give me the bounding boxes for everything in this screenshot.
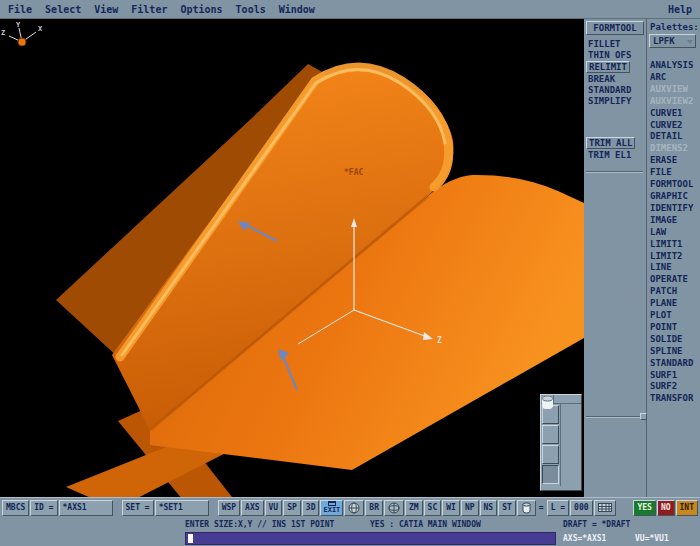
wsp-button[interactable]: WSP: [218, 500, 240, 516]
3d-button[interactable]: 3D: [302, 500, 320, 516]
3d-scene: *FAC Z Y X Z: [0, 19, 584, 497]
palette-item-erase[interactable]: ERASE: [650, 155, 699, 167]
exit-button[interactable]: EXIT: [320, 500, 343, 516]
l-value-field[interactable]: 000: [570, 500, 592, 516]
palette-item-identify[interactable]: IDENTIFY: [650, 203, 699, 215]
lpfk-dropdown[interactable]: LPFK: [649, 34, 696, 48]
current-view-text: VU=*VU1: [635, 534, 669, 543]
tool-fillet[interactable]: FILLET: [588, 39, 621, 49]
palette-item-curve1[interactable]: CURVE1: [650, 108, 699, 120]
cylinder-solid-icon-button[interactable]: [542, 465, 559, 484]
set-label-button[interactable]: SET =: [122, 500, 154, 516]
main-viewport[interactable]: *FAC Z Y X Z: [0, 19, 584, 497]
cup-icon-button[interactable]: [517, 500, 536, 516]
tool-simplify[interactable]: SIMPLIFY: [588, 96, 631, 106]
l-label-button[interactable]: L =: [547, 500, 569, 516]
palette-item-law[interactable]: LAW: [650, 227, 699, 239]
palette-item-plane[interactable]: PLANE: [650, 298, 699, 310]
current-axis-text: AXS=*AXS1: [563, 534, 606, 543]
yes-button[interactable]: YES: [633, 500, 655, 516]
palettes-panel: Palettes: LPFK ANALYSIS ARC AUXVIEW AUXV…: [647, 19, 699, 497]
menu-tools[interactable]: Tools: [236, 4, 266, 15]
menu-options[interactable]: Options: [180, 4, 222, 15]
mbcs-button[interactable]: MBCS: [2, 500, 29, 516]
palette-item-line[interactable]: LINE: [650, 262, 699, 274]
command-bar: AXS=*AXS1 VU=*VU1: [0, 531, 700, 546]
palette-item-graphic[interactable]: GRAPHIC: [650, 191, 699, 203]
tool-thin-ofs[interactable]: THIN OFS: [588, 50, 631, 60]
palette-item-detail[interactable]: DETAIL: [650, 131, 699, 143]
view-palette: [540, 394, 582, 491]
chevron-down-icon: [687, 40, 693, 44]
menu-select[interactable]: Select: [45, 4, 81, 15]
keyboard-icon-button[interactable]: [594, 500, 616, 516]
corner-z-label: Z: [1, 29, 5, 37]
separator-handle[interactable]: [640, 413, 647, 420]
exit-button-label: EXIT: [323, 507, 340, 514]
tool-trim-all[interactable]: TRIM ALL: [586, 137, 635, 149]
st-button[interactable]: ST: [498, 500, 516, 516]
set-value-field[interactable]: *SET1: [155, 500, 209, 516]
menu-filter[interactable]: Filter: [131, 4, 167, 15]
palette-item-transfor[interactable]: TRANSFOR: [650, 393, 699, 405]
menu-file[interactable]: File: [8, 4, 32, 15]
palette-item-plot[interactable]: PLOT: [650, 310, 699, 322]
world-icon: [388, 502, 400, 514]
palette-item-curve2[interactable]: CURVE2: [650, 120, 699, 132]
palette-item-arc[interactable]: ARC: [650, 72, 699, 84]
status-bar: ENTER SIZE:X,Y // INS 1ST POINT YES : CA…: [0, 517, 700, 531]
tool-standard[interactable]: STANDARD: [588, 85, 631, 95]
lpfk-dropdown-value: LPFK: [653, 36, 675, 46]
palette-item-standard[interactable]: STANDARD: [650, 358, 699, 370]
wi-button[interactable]: WI: [442, 500, 460, 516]
menu-view[interactable]: View: [94, 4, 118, 15]
ns-button[interactable]: NS: [480, 500, 498, 516]
palette-item-patch[interactable]: PATCH: [650, 286, 699, 298]
tool-break[interactable]: BREAK: [588, 74, 615, 84]
world-icon: [348, 502, 360, 514]
sp-button[interactable]: SP: [283, 500, 301, 516]
bottom-toolbar: MBCS ID = *AXS1 SET = *SET1 WSP AXS VU S…: [0, 497, 700, 517]
palette-item-limit1[interactable]: LIMIT1: [650, 239, 699, 251]
palette-item-image[interactable]: IMAGE: [650, 215, 699, 227]
palette-item-spline[interactable]: SPLINE: [650, 346, 699, 358]
z-axis-label: Z: [437, 336, 442, 345]
draft-status-text: DRAFT = *DRAFT: [563, 520, 630, 529]
cylinder-wire-icon-button-2[interactable]: [542, 425, 559, 444]
br-button[interactable]: BR: [365, 500, 383, 516]
vu-button[interactable]: VU: [265, 500, 283, 516]
formtool-title: FORMTOOL: [586, 21, 644, 35]
palette-item-operate[interactable]: OPERATE: [650, 274, 699, 286]
np-button[interactable]: NP: [461, 500, 479, 516]
catia-main-window: File Select View Filter Options Tools Wi…: [0, 0, 700, 546]
palette-item-analysis[interactable]: ANALYSIS: [650, 60, 699, 72]
axs-button[interactable]: AXS: [241, 500, 263, 516]
palette-item-point[interactable]: POINT: [650, 322, 699, 334]
palette-item-surf1[interactable]: SURF1: [650, 370, 699, 382]
world-icon-button-1[interactable]: [344, 500, 364, 516]
menu-window[interactable]: Window: [279, 4, 315, 15]
keyboard-icon: [598, 503, 612, 512]
world-icon-button-2[interactable]: [384, 500, 404, 516]
int-button[interactable]: INT: [676, 500, 698, 516]
palette-item-surf2[interactable]: SURF2: [650, 381, 699, 393]
side-panel: FORMTOOL FILLET THIN OFS RELIMIT BREAK S…: [584, 19, 700, 497]
zm-button[interactable]: ZM: [405, 500, 423, 516]
menu-help[interactable]: Help: [668, 4, 692, 15]
tool-relimit[interactable]: RELIMIT: [586, 61, 630, 73]
formtool-panel: FORMTOOL FILLET THIN OFS RELIMIT BREAK S…: [584, 19, 647, 497]
palette-item-dimens2: DIMENS2: [650, 143, 699, 155]
id-label-button[interactable]: ID =: [30, 500, 57, 516]
palette-item-formtool[interactable]: FORMTOOL: [650, 179, 699, 191]
palette-item-solide[interactable]: SOLIDE: [650, 334, 699, 346]
face-label: *FAC: [344, 168, 363, 177]
sc-button[interactable]: SC: [424, 500, 442, 516]
palette-item-limit2[interactable]: LIMIT2: [650, 251, 699, 263]
panel-separator-2: [586, 416, 643, 417]
command-input[interactable]: [185, 532, 556, 545]
tool-trim-el1[interactable]: TRIM EL1: [588, 150, 631, 160]
id-value-field[interactable]: *AXS1: [59, 500, 113, 516]
cylinder-wire-icon-button-3[interactable]: [542, 445, 559, 464]
no-button[interactable]: NO: [657, 500, 675, 516]
palette-item-file[interactable]: FILE: [650, 167, 699, 179]
